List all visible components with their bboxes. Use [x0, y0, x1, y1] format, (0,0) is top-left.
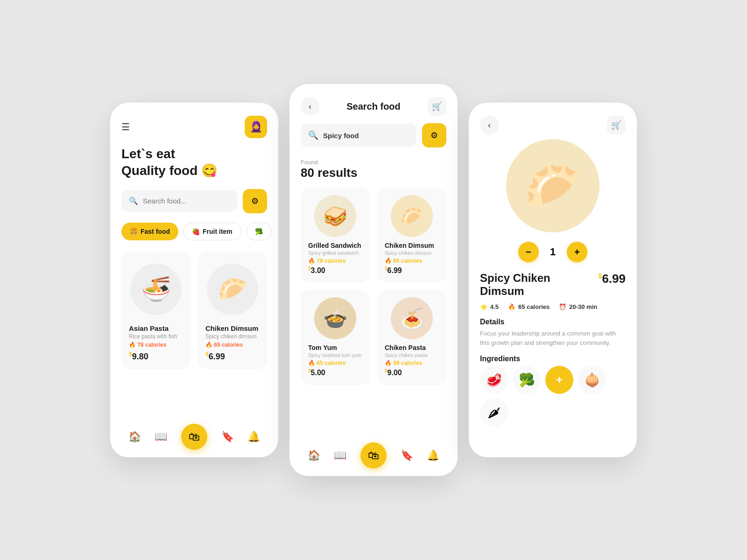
quantity-decrease-button[interactable]: −	[518, 242, 539, 262]
detail-back-button[interactable]: ‹	[480, 116, 499, 134]
detail-food-name: Spicy Chiken Dimsum	[480, 272, 573, 298]
food-sub-dimsum: Spicy chiken dimsun	[205, 333, 260, 340]
tomyum-price: $5.00	[308, 368, 362, 377]
pasta-price: $9.00	[385, 368, 439, 377]
pasta-name: Chiken Pasta	[385, 344, 439, 351]
nav2-home-icon[interactable]: 🏠	[308, 449, 320, 462]
screen-search: ‹ Search food 🛒 🔍 ⚙ Found 80 results 🥪 G…	[289, 84, 458, 476]
details-text: Focus your leadership around a common go…	[480, 329, 626, 347]
dimsum-sub: Spicy chiken dimsun	[385, 250, 439, 256]
results-header: Found 80 results	[289, 155, 458, 188]
search-icon-2: 🔍	[308, 130, 318, 140]
title-emoji: 😋	[201, 163, 218, 178]
category-chips: 🍔 Fast food 🍓 Fruit item 🥦	[110, 223, 278, 252]
ingredient-onion: 🧅	[578, 366, 606, 394]
food-name-pasta: Asian Pasta	[129, 324, 183, 332]
pasta-img: 🍝	[385, 297, 439, 339]
filter-button-2[interactable]: ⚙	[422, 123, 446, 147]
quantity-value: 1	[539, 246, 567, 258]
food-name-dimsum: Chiken Dimsum	[205, 324, 260, 332]
search-input[interactable]	[143, 197, 230, 205]
found-label: Found	[301, 159, 446, 166]
fruit-emoji: 🍓	[192, 228, 200, 235]
nav-bell-icon[interactable]: 🔔	[247, 431, 260, 443]
food-price-pasta: $9.80	[129, 351, 183, 362]
ingredient-chili: 🌶	[480, 399, 508, 427]
detail-food-hero: 🥟	[469, 134, 637, 237]
search-input-area: 🔍 ⚙	[289, 123, 458, 155]
details-section-title: Details	[480, 318, 626, 326]
meta-calories: 🔥 65 calories	[508, 303, 550, 310]
screen-home: ☰ 🧕 Let`s eat Quality food 😋 🔍 ⚙ 🍔 Fast …	[110, 103, 278, 457]
rating-value: 4.5	[490, 303, 499, 310]
ingredient-meat: 🥩	[480, 366, 508, 394]
cart-icon-button[interactable]: 🛒	[428, 97, 446, 116]
food-card-pasta[interactable]: 🍜 Asian Pasta Rice pasta with fish 🔥 78 …	[121, 252, 190, 369]
home-title: Let`s eat Quality food 😋	[110, 146, 278, 189]
nav-home-icon[interactable]: 🏠	[128, 431, 141, 443]
result-grilled-sandwich[interactable]: 🥪 Grilled Sandwich Spicy grilled sandwic…	[301, 188, 370, 282]
dimsum-cal: 🔥 65 calories	[385, 258, 439, 264]
filter-button[interactable]: ⚙	[243, 189, 267, 213]
nav2-cart-button[interactable]: 🛍	[360, 442, 387, 469]
results-count: 80 results	[301, 166, 446, 180]
nav-cart-button[interactable]: 🛍	[181, 424, 207, 450]
detail-info: Spicy Chiken Dimsum $6.99 ⭐ 4.5 🔥 65 cal…	[469, 272, 637, 427]
sandwich-price: $3.00	[308, 266, 362, 275]
ingredients-row: 🥩 🥦 + 🧅 🌶	[480, 366, 626, 427]
search-bar-2[interactable]: 🔍	[301, 124, 416, 147]
tomyum-sub: Spicy seafood tom yum	[308, 352, 362, 358]
home-header: ☰ 🧕	[110, 103, 278, 146]
sandwich-img: 🥪	[308, 195, 362, 237]
chip-fastfood[interactable]: 🍔 Fast food	[121, 223, 178, 240]
quantity-increase-button[interactable]: +	[567, 242, 587, 262]
nav-book-icon[interactable]: 📖	[155, 431, 167, 443]
nav2-book-icon[interactable]: 📖	[334, 449, 346, 462]
meta-rating: ⭐ 4.5	[480, 303, 499, 310]
nav2-bookmark-icon[interactable]: 🔖	[401, 449, 413, 462]
result-dimsum[interactable]: 🥟 Chiken Dimsum Spicy chiken dimsun 🔥 65…	[377, 188, 446, 282]
clock-icon: ⏰	[559, 303, 566, 310]
ingredient-broccoli: 🥦	[513, 366, 541, 394]
star-icon: ⭐	[480, 303, 487, 310]
food-grid: 🍜 Asian Pasta Rice pasta with fish 🔥 78 …	[110, 252, 278, 369]
avatar[interactable]: 🧕	[245, 116, 267, 138]
detail-food-price: $6.99	[599, 272, 626, 286]
ingredient-add-button[interactable]: +	[545, 366, 573, 394]
chip-veggie[interactable]: 🥦	[246, 223, 272, 240]
meta-time: ⏰ 20-30 min	[559, 303, 597, 310]
food-sub-pasta: Rice pasta with fish	[129, 333, 183, 340]
search-results: 🥪 Grilled Sandwich Spicy grilled sandwic…	[289, 188, 458, 385]
title-line2: Quality food	[121, 163, 197, 178]
quantity-control: − 1 +	[469, 242, 637, 262]
calories-value: 65 calories	[518, 303, 550, 310]
nav2-bell-icon[interactable]: 🔔	[427, 449, 439, 462]
search-title: Search food	[346, 101, 401, 112]
veggie-emoji: 🥦	[255, 228, 263, 235]
detail-meta: ⭐ 4.5 🔥 65 calories ⏰ 20-30 min	[480, 303, 626, 310]
result-chiken-pasta[interactable]: 🍝 Chiken Pasta Spicy chiken pasta 🔥 89 c…	[377, 290, 446, 385]
nav-bookmark-icon[interactable]: 🔖	[221, 431, 234, 443]
menu-icon[interactable]: ☰	[121, 121, 130, 133]
pasta-cal: 🔥 89 calories	[385, 360, 439, 366]
chip-fruit[interactable]: 🍓 Fruit item	[183, 223, 241, 240]
food-price-dimsum: $6.99	[205, 351, 260, 362]
search-input-2[interactable]	[323, 132, 409, 140]
back-button[interactable]: ‹	[301, 97, 319, 116]
search-icon: 🔍	[129, 196, 138, 205]
search-area: 🔍 ⚙	[110, 189, 278, 223]
food-img-pasta: 🍜	[129, 259, 183, 320]
food-card-dimsum[interactable]: 🥟 Chiken Dimsum Spicy chiken dimsun 🔥 65…	[198, 252, 267, 369]
search-header: ‹ Search food 🛒	[289, 84, 458, 123]
food-calories-pasta: 🔥 78 calories	[129, 342, 183, 348]
tomyum-cal: 🔥 65 calories	[308, 360, 362, 366]
ingredients-section-title: Ingredients	[480, 355, 626, 363]
sandwich-cal: 🔥 78 calories	[308, 258, 362, 264]
result-tom-yum[interactable]: 🍲 Tom Yum Spicy seafood tom yum 🔥 65 cal…	[301, 290, 370, 385]
detail-cart-button[interactable]: 🛒	[607, 116, 626, 134]
title-line1: Let`s eat	[121, 147, 175, 161]
fastfood-emoji: 🍔	[130, 228, 138, 235]
tomyum-name: Tom Yum	[308, 344, 362, 351]
search-bar[interactable]: 🔍	[121, 190, 237, 212]
dimsum-name: Chiken Dimsum	[385, 242, 439, 249]
